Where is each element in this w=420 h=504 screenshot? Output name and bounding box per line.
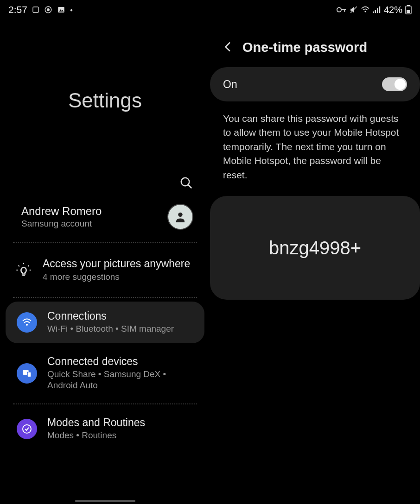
dot-icon: ● [70, 7, 73, 13]
ups-icon [32, 6, 39, 13]
item-sub: Modes • Routines [47, 430, 145, 441]
toggle-knob [395, 79, 406, 90]
svg-point-29 [23, 425, 31, 433]
svg-rect-16 [407, 10, 410, 13]
svg-point-2 [47, 8, 50, 11]
item-modes-routines[interactable]: Modes and Routines Modes • Routines [6, 408, 204, 450]
item-connections[interactable]: Connections Wi-Fi • Bluetooth • SIM mana… [6, 302, 204, 343]
svg-rect-0 [33, 7, 38, 13]
account-row[interactable]: Andrew Romero Samsung account [0, 192, 210, 242]
mute-icon [350, 6, 358, 14]
svg-point-17 [181, 178, 190, 186]
svg-point-26 [26, 324, 28, 326]
item-title: Connected devices [47, 355, 193, 368]
wifi-icon [17, 312, 37, 333]
svg-point-9 [364, 11, 366, 12]
battery-icon [405, 5, 412, 14]
toggle-switch[interactable] [382, 77, 407, 91]
wifi-icon [361, 6, 370, 13]
item-title: Connections [47, 310, 174, 322]
description-text: You can share this password with guests … [210, 101, 420, 196]
svg-rect-13 [379, 6, 380, 13]
detail-pane: One-time password On You can share this … [210, 19, 420, 504]
password-card[interactable]: bnzg4998+ [210, 196, 420, 300]
svg-point-5 [337, 7, 341, 12]
svg-line-21 [19, 265, 19, 266]
account-name: Andrew Romero [21, 205, 102, 218]
detail-title: One-time password [242, 40, 367, 55]
item-sub: Wi-Fi • Bluetooth • SIM manager [47, 323, 174, 335]
record-icon [44, 6, 52, 14]
search-icon[interactable] [179, 176, 193, 192]
svg-point-19 [178, 213, 182, 217]
toggle-card[interactable]: On [210, 67, 420, 101]
item-sub: Quick Share • Samsung DeX • Android Auto [47, 369, 193, 391]
back-icon[interactable] [222, 41, 234, 55]
battery-percent: 42% [384, 5, 402, 15]
status-time: 2:57 [8, 4, 27, 15]
status-bar: 2:57 ● 42% [0, 0, 420, 19]
suggestion-sub: 4 more suggestions [43, 272, 190, 282]
account-sub: Samsung account [21, 219, 102, 229]
signal-icon [373, 6, 381, 13]
divider [13, 297, 197, 298]
toggle-label: On [223, 78, 237, 91]
avatar[interactable] [167, 204, 193, 230]
svg-rect-10 [373, 12, 374, 13]
suggestion-row[interactable]: Access your pictures anywhere 4 more sug… [0, 243, 210, 297]
divider [13, 403, 197, 404]
svg-line-18 [188, 185, 192, 189]
item-connected-devices[interactable]: Connected devices Quick Share • Samsung … [6, 347, 204, 400]
password-value: bnzg4998+ [269, 238, 361, 258]
lightbulb-icon [15, 262, 32, 278]
settings-pane: Settings Andrew Romero Samsung account A… [0, 19, 210, 504]
svg-rect-28 [27, 372, 31, 377]
home-indicator[interactable] [75, 500, 135, 502]
svg-rect-11 [375, 10, 376, 13]
svg-rect-12 [377, 8, 378, 13]
check-circle-icon [17, 419, 37, 439]
page-title: Settings [0, 89, 210, 112]
suggestion-title: Access your pictures anywhere [43, 258, 190, 270]
devices-icon [17, 363, 37, 384]
key-icon [337, 6, 347, 13]
picture-icon [57, 6, 65, 14]
svg-rect-3 [58, 7, 64, 13]
item-title: Modes and Routines [47, 416, 145, 429]
svg-line-22 [28, 265, 29, 266]
